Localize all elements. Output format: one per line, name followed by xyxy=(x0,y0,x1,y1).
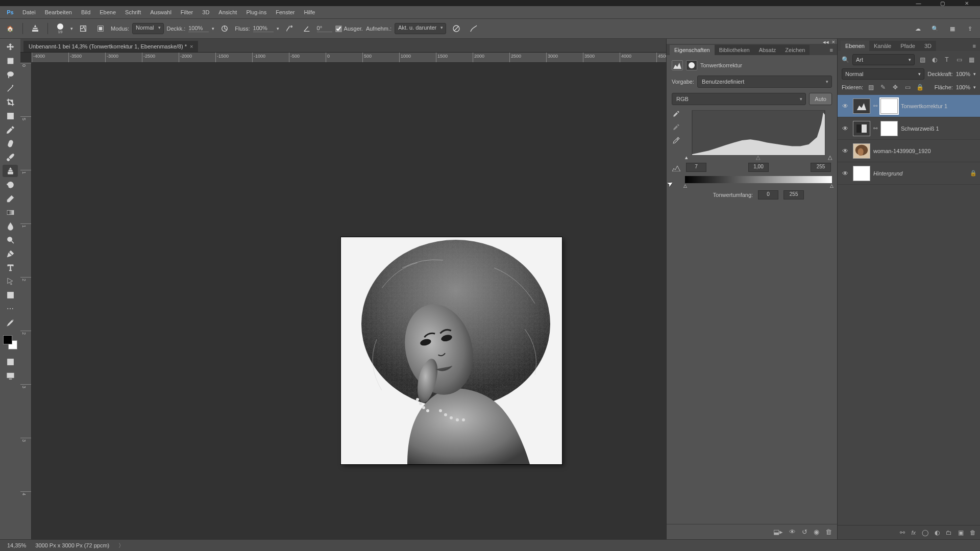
canvas-image[interactable] xyxy=(341,237,562,464)
opacity-chevron-icon[interactable]: ▾ xyxy=(212,26,214,31)
preset-select[interactable]: Benutzerdefiniert xyxy=(697,76,832,88)
visibility-toggle-icon[interactable]: 👁 xyxy=(841,103,850,110)
fill-chevron-icon[interactable]: ▾ xyxy=(973,85,976,90)
crop-tool[interactable] xyxy=(3,96,18,108)
pressure-opacity-icon[interactable] xyxy=(217,21,232,36)
new-adjustment-icon[interactable]: ◐ xyxy=(935,529,940,536)
blend-mode-layer-select[interactable]: Normal xyxy=(842,68,924,80)
dodge-tool[interactable] xyxy=(3,234,18,246)
channel-select[interactable]: RGB xyxy=(672,93,806,105)
visibility-toggle-icon[interactable]: 👁 xyxy=(841,125,850,132)
zoom-level[interactable]: 14,35% xyxy=(7,542,26,548)
black-point-input[interactable]: 7 xyxy=(686,163,706,172)
brush-preview-icon[interactable]: 19 xyxy=(53,21,67,36)
gamma-slider[interactable]: △ xyxy=(756,154,760,161)
clip-to-layer-icon[interactable]: ⬓▸ xyxy=(773,528,783,536)
layer-name-label[interactable]: Schwarzweiß 1 xyxy=(901,126,977,132)
filter-smart-icon[interactable]: ▦ xyxy=(967,55,976,64)
sample-select[interactable]: Akt. u. darunter xyxy=(395,23,446,34)
layer-fx-icon[interactable]: fx xyxy=(911,529,916,536)
link-layers-icon[interactable]: ⚯ xyxy=(900,529,905,536)
panel-close-icon[interactable]: × xyxy=(832,39,835,44)
blend-mode-select[interactable]: Normal xyxy=(132,23,163,34)
aligned-checkbox[interactable]: Ausger. xyxy=(335,26,363,32)
gray-eyedropper-icon[interactable] xyxy=(673,123,680,132)
white-point-input[interactable]: 255 xyxy=(811,163,831,172)
layer-name-label[interactable]: Hintergrund xyxy=(873,170,967,177)
filter-shape-icon[interactable]: ▭ xyxy=(954,55,964,64)
lock-pixels-icon[interactable]: ✎ xyxy=(878,83,888,92)
menu-auswahl[interactable]: Auswahl xyxy=(146,8,176,17)
search-icon[interactable]: 🔍 xyxy=(928,21,942,36)
layer-name-label[interactable]: Tonwertkorrektur 1 xyxy=(901,103,977,109)
new-layer-icon[interactable]: ▣ xyxy=(958,529,964,536)
layer-row[interactable]: 👁Hintergrund🔒 xyxy=(838,162,980,185)
image-thumb[interactable] xyxy=(853,143,870,159)
brush-panel-icon[interactable] xyxy=(76,21,90,36)
doc-dimensions[interactable]: 3000 Px x 3000 Px (72 ppcm) xyxy=(35,542,109,548)
menu-hilfe[interactable]: Hilfe xyxy=(300,8,319,17)
visibility-toggle-icon[interactable]: 👁 xyxy=(841,147,850,155)
canvas-viewport[interactable]: -4000-3500-3000-2500-2000-1500-1000-5000… xyxy=(20,52,666,539)
ellipsis-tool[interactable]: ⋯ xyxy=(3,303,18,315)
path-select-tool[interactable] xyxy=(3,275,18,287)
gamma-input[interactable]: 1,00 xyxy=(748,163,769,172)
filter-type-select[interactable]: Art xyxy=(852,54,915,65)
auto-button[interactable]: Auto xyxy=(809,93,832,105)
status-menu-icon[interactable]: 〉 xyxy=(118,542,124,549)
type-tool[interactable] xyxy=(3,261,18,273)
output-gradient[interactable] xyxy=(685,176,832,183)
color-swatches[interactable] xyxy=(3,335,17,349)
menu-bild[interactable]: Bild xyxy=(77,8,94,17)
layer-row[interactable]: 👁woman-1439909_1920 xyxy=(838,140,980,162)
flow-input[interactable]: 100% xyxy=(253,25,274,32)
close-button[interactable]: ✕ xyxy=(955,0,978,6)
brush-picker-chevron-icon[interactable]: ▾ xyxy=(70,26,73,31)
bg-thumb[interactable] xyxy=(853,166,870,181)
flow-chevron-icon[interactable]: ▾ xyxy=(277,26,279,31)
layer-name-label[interactable]: woman-1439909_1920 xyxy=(873,148,977,154)
healing-brush-tool[interactable] xyxy=(3,137,18,149)
move-tool[interactable] xyxy=(3,41,18,53)
cloud-docs-icon[interactable]: ☁ xyxy=(911,21,925,36)
eraser-tool[interactable] xyxy=(3,192,18,205)
menu-ebene[interactable]: Ebene xyxy=(95,8,120,17)
history-brush-tool[interactable] xyxy=(3,179,18,191)
filter-search-icon[interactable]: 🔍 xyxy=(842,56,849,63)
ignore-adjustments-icon[interactable] xyxy=(449,21,463,36)
workspace-icon[interactable]: ▦ xyxy=(945,21,960,36)
lock-artboard-icon[interactable]: ▭ xyxy=(903,83,912,92)
magic-wand-tool[interactable] xyxy=(3,82,18,94)
menu-bearbeiten[interactable]: Bearbeiten xyxy=(41,8,76,17)
tab-eigenschaften[interactable]: Eigenschaften xyxy=(670,45,715,55)
toggle-visibility-icon[interactable]: ◉ xyxy=(814,528,819,536)
tab-kanaele[interactable]: Kanäle xyxy=(869,41,896,51)
lock-transparency-icon[interactable]: ▨ xyxy=(866,83,875,92)
layers-menu-icon[interactable]: ≡ xyxy=(969,41,980,51)
pen-tool[interactable] xyxy=(3,247,18,260)
frame-tool[interactable] xyxy=(3,110,18,122)
eyedropper-tool[interactable] xyxy=(3,123,18,136)
delete-adjustment-icon[interactable]: 🗑 xyxy=(825,528,832,536)
layer-opacity-value[interactable]: 100% xyxy=(956,71,970,77)
quick-mask-icon[interactable] xyxy=(3,356,18,368)
menu-filter[interactable]: Filter xyxy=(177,8,197,17)
visibility-toggle-icon[interactable]: 👁 xyxy=(841,170,850,177)
tab-absatz[interactable]: Absatz xyxy=(754,45,781,55)
close-tab-icon[interactable]: × xyxy=(190,43,193,49)
menu-plugins[interactable]: Plug-ins xyxy=(242,8,271,17)
calculate-histogram-icon[interactable] xyxy=(672,164,680,172)
maximize-button[interactable]: ▢ xyxy=(931,0,954,6)
clone-stamp-tool[interactable] xyxy=(3,165,18,177)
tab-bibliotheken[interactable]: Bibliotheken xyxy=(715,45,754,55)
layer-row[interactable]: 👁⚯Tonwertkorrektur 1 xyxy=(838,95,980,117)
mask-thumb[interactable] xyxy=(880,121,898,136)
tab-3d[interactable]: 3D xyxy=(920,41,936,51)
marquee-tool[interactable] xyxy=(3,55,18,67)
angle-icon[interactable] xyxy=(300,21,314,36)
lock-all-icon[interactable]: 🔒 xyxy=(915,83,924,92)
opacity-chevron-icon[interactable]: ▾ xyxy=(973,71,976,77)
home-icon[interactable]: 🏠 xyxy=(3,21,17,36)
layer-mask-icon[interactable] xyxy=(686,60,697,70)
output-white-input[interactable]: 255 xyxy=(783,190,804,199)
